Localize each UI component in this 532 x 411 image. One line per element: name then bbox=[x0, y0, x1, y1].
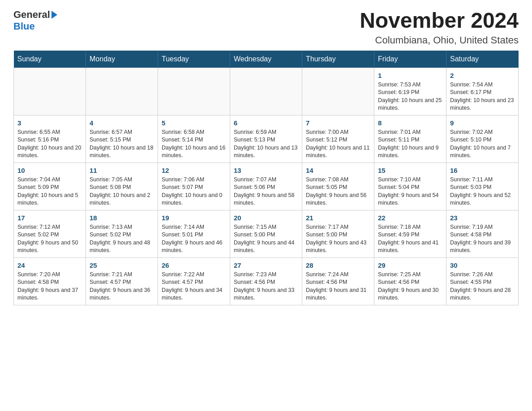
cell-info: Sunrise: 7:21 AMSunset: 4:57 PMDaylight:… bbox=[90, 271, 154, 302]
cell-info: Sunrise: 7:25 AMSunset: 4:56 PMDaylight:… bbox=[378, 271, 442, 302]
cell-info: Sunrise: 7:04 AMSunset: 5:09 PMDaylight:… bbox=[17, 176, 82, 207]
day-number: 23 bbox=[450, 213, 515, 223]
calendar-cell: 23Sunrise: 7:19 AMSunset: 4:58 PMDayligh… bbox=[446, 210, 519, 257]
cell-info: Sunrise: 7:02 AMSunset: 5:10 PMDaylight:… bbox=[450, 128, 515, 160]
calendar-cell: 30Sunrise: 7:26 AMSunset: 4:55 PMDayligh… bbox=[446, 257, 519, 305]
calendar-cell: 16Sunrise: 7:11 AMSunset: 5:03 PMDayligh… bbox=[446, 163, 519, 210]
calendar-cell: 25Sunrise: 7:21 AMSunset: 4:57 PMDayligh… bbox=[86, 257, 158, 305]
calendar-cell: 22Sunrise: 7:18 AMSunset: 4:59 PMDayligh… bbox=[374, 210, 446, 257]
cell-info: Sunrise: 7:05 AMSunset: 5:08 PMDaylight:… bbox=[90, 176, 154, 207]
calendar-cell: 2Sunrise: 7:54 AMSunset: 6:17 PMDaylight… bbox=[446, 68, 519, 115]
cell-info: Sunrise: 6:59 AMSunset: 5:13 PMDaylight:… bbox=[234, 128, 298, 160]
calendar-cell: 6Sunrise: 6:59 AMSunset: 5:13 PMDaylight… bbox=[230, 115, 302, 163]
day-number: 10 bbox=[17, 166, 82, 175]
calendar-cell bbox=[14, 68, 86, 115]
day-number: 13 bbox=[234, 166, 298, 175]
calendar-cell: 28Sunrise: 7:24 AMSunset: 4:56 PMDayligh… bbox=[302, 257, 374, 305]
week-row-1: 1Sunrise: 7:53 AMSunset: 6:19 PMDaylight… bbox=[14, 68, 519, 115]
calendar-cell bbox=[86, 68, 158, 115]
cell-info: Sunrise: 7:15 AMSunset: 5:00 PMDaylight:… bbox=[234, 223, 298, 255]
calendar-cell: 19Sunrise: 7:14 AMSunset: 5:01 PMDayligh… bbox=[158, 210, 230, 257]
day-number: 28 bbox=[306, 261, 370, 270]
calendar-cell bbox=[302, 68, 374, 115]
day-number: 12 bbox=[162, 166, 226, 175]
day-number: 22 bbox=[378, 213, 442, 223]
day-number: 15 bbox=[378, 166, 442, 175]
day-number: 17 bbox=[17, 213, 82, 223]
cell-info: Sunrise: 7:11 AMSunset: 5:03 PMDaylight:… bbox=[450, 176, 515, 207]
calendar-cell: 9Sunrise: 7:02 AMSunset: 5:10 PMDaylight… bbox=[446, 115, 519, 163]
day-number: 24 bbox=[17, 261, 82, 270]
day-number: 6 bbox=[234, 118, 298, 128]
cell-info: Sunrise: 7:19 AMSunset: 4:58 PMDaylight:… bbox=[450, 223, 515, 255]
calendar-cell: 21Sunrise: 7:17 AMSunset: 5:00 PMDayligh… bbox=[302, 210, 374, 257]
title-block: November 2024 Columbiana, Ohio, United S… bbox=[360, 9, 519, 46]
calendar-cell: 29Sunrise: 7:25 AMSunset: 4:56 PMDayligh… bbox=[374, 257, 446, 305]
day-number: 14 bbox=[306, 166, 370, 175]
day-number: 30 bbox=[450, 261, 515, 270]
cell-info: Sunrise: 7:08 AMSunset: 5:05 PMDaylight:… bbox=[306, 176, 370, 207]
day-number: 9 bbox=[450, 118, 515, 128]
calendar-cell: 7Sunrise: 7:00 AMSunset: 5:12 PMDaylight… bbox=[302, 115, 374, 163]
calendar-table: SundayMondayTuesdayWednesdayThursdayFrid… bbox=[13, 51, 519, 305]
day-number: 18 bbox=[90, 213, 154, 223]
week-row-2: 3Sunrise: 6:55 AMSunset: 5:16 PMDaylight… bbox=[14, 115, 519, 163]
calendar-cell: 14Sunrise: 7:08 AMSunset: 5:05 PMDayligh… bbox=[302, 163, 374, 210]
cell-info: Sunrise: 7:18 AMSunset: 4:59 PMDaylight:… bbox=[378, 223, 442, 255]
day-number: 29 bbox=[378, 261, 442, 270]
logo: General Blue bbox=[13, 9, 57, 32]
cell-info: Sunrise: 7:20 AMSunset: 4:58 PMDaylight:… bbox=[17, 271, 82, 302]
cell-info: Sunrise: 7:13 AMSunset: 5:02 PMDaylight:… bbox=[90, 223, 154, 255]
cell-info: Sunrise: 7:53 AMSunset: 6:19 PMDaylight:… bbox=[378, 81, 442, 112]
cell-info: Sunrise: 7:22 AMSunset: 4:57 PMDaylight:… bbox=[162, 271, 226, 302]
cell-info: Sunrise: 7:24 AMSunset: 4:56 PMDaylight:… bbox=[306, 271, 370, 302]
cell-info: Sunrise: 6:58 AMSunset: 5:14 PMDaylight:… bbox=[162, 128, 226, 160]
day-number: 7 bbox=[306, 118, 370, 128]
cell-info: Sunrise: 7:17 AMSunset: 5:00 PMDaylight:… bbox=[306, 223, 370, 255]
calendar-cell: 17Sunrise: 7:12 AMSunset: 5:02 PMDayligh… bbox=[14, 210, 86, 257]
calendar-header-row: SundayMondayTuesdayWednesdayThursdayFrid… bbox=[14, 51, 519, 68]
calendar-cell: 15Sunrise: 7:10 AMSunset: 5:04 PMDayligh… bbox=[374, 163, 446, 210]
page-header: General Blue November 2024 Columbiana, O… bbox=[13, 9, 519, 46]
day-number: 27 bbox=[234, 261, 298, 270]
calendar-cell bbox=[158, 68, 230, 115]
day-number: 4 bbox=[90, 118, 154, 128]
day-number: 21 bbox=[306, 213, 370, 223]
header-monday: Monday bbox=[86, 51, 158, 68]
cell-info: Sunrise: 7:00 AMSunset: 5:12 PMDaylight:… bbox=[306, 128, 370, 160]
calendar-cell: 4Sunrise: 6:57 AMSunset: 5:15 PMDaylight… bbox=[86, 115, 158, 163]
calendar-cell: 5Sunrise: 6:58 AMSunset: 5:14 PMDaylight… bbox=[158, 115, 230, 163]
day-number: 5 bbox=[162, 118, 226, 128]
header-tuesday: Tuesday bbox=[158, 51, 230, 68]
day-number: 3 bbox=[17, 118, 82, 128]
week-row-4: 17Sunrise: 7:12 AMSunset: 5:02 PMDayligh… bbox=[14, 210, 519, 257]
cell-info: Sunrise: 7:12 AMSunset: 5:02 PMDaylight:… bbox=[17, 223, 82, 255]
day-number: 1 bbox=[378, 71, 442, 80]
cell-info: Sunrise: 7:07 AMSunset: 5:06 PMDaylight:… bbox=[234, 176, 298, 207]
cell-info: Sunrise: 7:26 AMSunset: 4:55 PMDaylight:… bbox=[450, 271, 515, 302]
calendar-cell bbox=[230, 68, 302, 115]
week-row-5: 24Sunrise: 7:20 AMSunset: 4:58 PMDayligh… bbox=[14, 257, 519, 305]
calendar-cell: 10Sunrise: 7:04 AMSunset: 5:09 PMDayligh… bbox=[14, 163, 86, 210]
header-sunday: Sunday bbox=[14, 51, 86, 68]
calendar-cell: 8Sunrise: 7:01 AMSunset: 5:11 PMDaylight… bbox=[374, 115, 446, 163]
cell-info: Sunrise: 7:01 AMSunset: 5:11 PMDaylight:… bbox=[378, 128, 442, 160]
cell-info: Sunrise: 7:54 AMSunset: 6:17 PMDaylight:… bbox=[450, 81, 515, 112]
day-number: 2 bbox=[450, 71, 515, 80]
cell-info: Sunrise: 7:23 AMSunset: 4:56 PMDaylight:… bbox=[234, 271, 298, 302]
header-wednesday: Wednesday bbox=[230, 51, 302, 68]
cell-info: Sunrise: 7:14 AMSunset: 5:01 PMDaylight:… bbox=[162, 223, 226, 255]
day-number: 8 bbox=[378, 118, 442, 128]
calendar-cell: 3Sunrise: 6:55 AMSunset: 5:16 PMDaylight… bbox=[14, 115, 86, 163]
calendar-cell: 13Sunrise: 7:07 AMSunset: 5:06 PMDayligh… bbox=[230, 163, 302, 210]
cell-info: Sunrise: 7:06 AMSunset: 5:07 PMDaylight:… bbox=[162, 176, 226, 207]
calendar-cell: 11Sunrise: 7:05 AMSunset: 5:08 PMDayligh… bbox=[86, 163, 158, 210]
day-number: 26 bbox=[162, 261, 226, 270]
day-number: 25 bbox=[90, 261, 154, 270]
calendar-subtitle: Columbiana, Ohio, United States bbox=[360, 34, 519, 46]
header-friday: Friday bbox=[374, 51, 446, 68]
header-thursday: Thursday bbox=[302, 51, 374, 68]
cell-info: Sunrise: 6:57 AMSunset: 5:15 PMDaylight:… bbox=[90, 128, 154, 160]
calendar-cell: 26Sunrise: 7:22 AMSunset: 4:57 PMDayligh… bbox=[158, 257, 230, 305]
day-number: 20 bbox=[234, 213, 298, 223]
